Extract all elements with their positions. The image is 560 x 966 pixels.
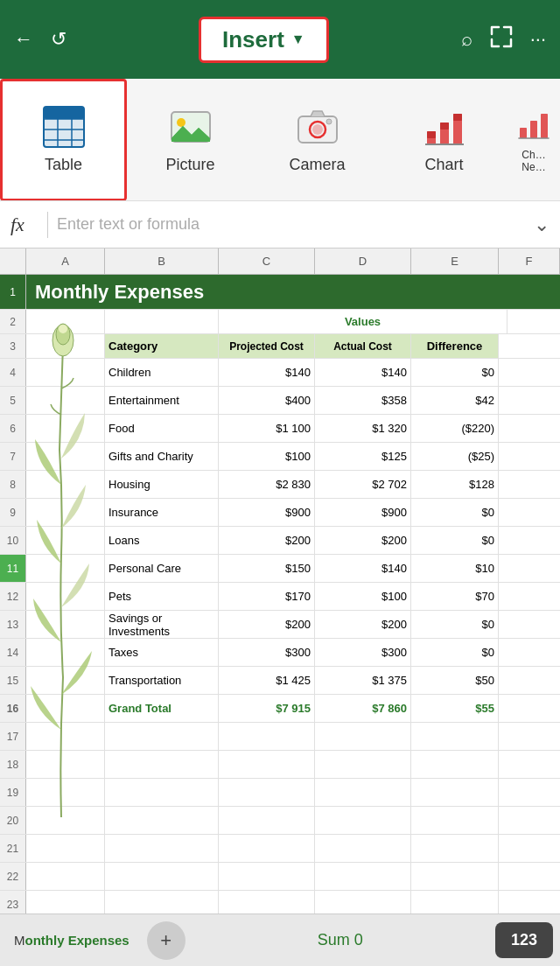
col-header-f[interactable]: F [499,248,560,274]
ribbon-item-table[interactable]: Table [0,79,127,201]
cell-13a[interactable] [26,611,105,638]
ribbon-item-chart2[interactable]: Ch…Ne… [508,79,560,201]
cell-15e[interactable]: $50 [411,667,499,694]
col-header-a[interactable]: A [26,248,105,274]
cell-7d[interactable]: $125 [315,443,411,470]
cell-8e[interactable]: $128 [411,471,499,498]
cell-14a[interactable] [26,639,105,666]
cell-4a[interactable] [26,359,105,386]
cell-12b[interactable]: Pets [105,583,219,610]
cell-12a[interactable] [26,583,105,610]
back-icon[interactable]: ← [14,28,33,51]
cell-15b[interactable]: Transportation [105,667,219,694]
cell-11d[interactable]: $140 [315,555,411,582]
col-header-b[interactable]: B [105,248,219,274]
cell-3a[interactable] [26,334,105,358]
ribbon-item-picture[interactable]: Picture [127,79,254,201]
cell-3e[interactable]: Difference [411,334,499,358]
cell-11b[interactable]: Personal Care [105,555,219,582]
cell-7a[interactable] [26,443,105,470]
ribbon-item-chart[interactable]: Chart [381,79,508,201]
cell-7e[interactable]: ($25) [411,443,499,470]
cell-7c[interactable]: $100 [219,443,315,470]
formula-chevron[interactable]: ⌄ [534,214,550,236]
cell-6a[interactable] [26,415,105,442]
fullscreen-icon[interactable] [490,25,513,53]
cell-5a[interactable] [26,387,105,414]
cell-9c[interactable]: $900 [219,499,315,526]
cell-10e[interactable]: $0 [411,527,499,554]
cell-3d[interactable]: Actual Cost [315,334,411,358]
cell-8b[interactable]: Housing [105,471,219,498]
cell-4d[interactable]: $140 [315,359,411,386]
formula-input[interactable]: Enter text or formula [57,215,525,234]
cell-10b[interactable]: Loans [105,527,219,554]
search-icon[interactable]: ⌕ [461,28,472,51]
cell-12c[interactable]: $170 [219,583,315,610]
cell-7b[interactable]: Gifts and Charity [105,443,219,470]
cell-16c[interactable]: $7 915 [219,695,315,722]
cell-4e[interactable]: $0 [411,359,499,386]
cell-5b[interactable]: Entertainment [105,387,219,414]
col-header-e[interactable]: E [411,248,499,274]
cell-4b[interactable]: Children [105,359,219,386]
cell-12e[interactable]: $70 [411,583,499,610]
cell-8a[interactable] [26,471,105,498]
cell-9e[interactable]: $0 [411,499,499,526]
cell-10c[interactable]: $200 [219,527,315,554]
cell-12d[interactable]: $100 [315,583,411,610]
cell-15c[interactable]: $1 425 [219,667,315,694]
more-icon[interactable]: ··· [530,28,546,51]
cell-14c[interactable]: $300 [219,639,315,666]
camera-icon [296,105,340,149]
cell-15d[interactable]: $1 375 [315,667,411,694]
cell-11c[interactable]: $150 [219,555,315,582]
cell-10a[interactable] [26,527,105,554]
cell-11a[interactable] [26,555,105,582]
keyboard-button[interactable]: 123 [495,922,553,958]
cell-10d[interactable]: $200 [315,527,411,554]
cell-13b[interactable]: Savings or Investments [105,611,219,638]
undo-icon[interactable]: ↺ [51,28,66,51]
cell-6d[interactable]: $1 320 [315,415,411,442]
cell-8d[interactable]: $2 702 [315,471,411,498]
cell-16d[interactable]: $7 860 [315,695,411,722]
cell-16e[interactable]: $55 [411,695,499,722]
cell-15a[interactable] [26,667,105,694]
insert-menu[interactable]: Insert ▼ [199,17,329,63]
cell-9d[interactable]: $900 [315,499,411,526]
cell-2c[interactable]: Values [219,310,508,333]
sum-label: Sum 0 [318,931,363,949]
cell-13e[interactable]: $0 [411,611,499,638]
cell-5e[interactable]: $42 [411,387,499,414]
cell-16a[interactable] [26,695,105,722]
cell-3c[interactable]: Projected Cost [219,334,315,358]
cell-5c[interactable]: $400 [219,387,315,414]
cell-5d[interactable]: $358 [315,387,411,414]
cell-14b[interactable]: Taxes [105,639,219,666]
row-num-16: 16 [0,695,26,722]
cell-6e[interactable]: ($220) [411,415,499,442]
cell-6c[interactable]: $1 100 [219,415,315,442]
cell-8c[interactable]: $2 830 [219,471,315,498]
row-num-10: 10 [0,527,26,554]
cell-9b[interactable]: Insurance [105,499,219,526]
title-cell[interactable]: Monthly Expenses [26,275,560,309]
col-header-c[interactable]: C [219,248,315,274]
cell-6b[interactable]: Food [105,415,219,442]
cell-11e[interactable]: $10 [411,555,499,582]
cell-16b[interactable]: Grand Total [105,695,219,722]
add-sheet-button[interactable]: + [147,921,186,960]
cell-14d[interactable]: $300 [315,639,411,666]
col-header-d[interactable]: D [315,248,411,274]
sheet-tab[interactable]: Monthly Expenses [0,914,144,966]
cell-3b[interactable]: Category [105,334,219,358]
cell-9a[interactable] [26,499,105,526]
cell-14e[interactable]: $0 [411,639,499,666]
cell-2a[interactable] [26,310,105,333]
cell-2b[interactable] [105,310,219,333]
ribbon-item-camera[interactable]: Camera [254,79,381,201]
cell-4c[interactable]: $140 [219,359,315,386]
cell-13c[interactable]: $200 [219,611,315,638]
cell-13d[interactable]: $200 [315,611,411,638]
